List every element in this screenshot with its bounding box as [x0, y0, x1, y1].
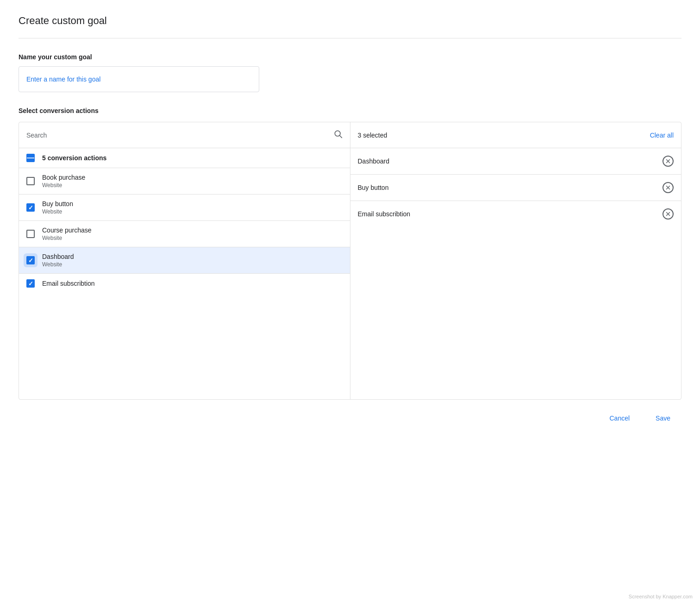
search-input[interactable]	[26, 132, 330, 139]
page-container: Create custom goal Name your custom goal…	[0, 0, 700, 603]
search-icon	[333, 129, 343, 141]
right-header: 3 selected Clear all	[350, 122, 681, 148]
cancel-button[interactable]: Cancel	[598, 411, 641, 426]
selected-dashboard-item: Dashboard	[350, 148, 681, 175]
buy-button-row[interactable]: ✓ Buy button Website	[19, 195, 350, 221]
selected-email-item: Email subscribtion	[350, 201, 681, 227]
selected-dashboard-name: Dashboard	[358, 157, 390, 165]
minus-icon: —	[27, 154, 34, 162]
course-checkbox[interactable]	[26, 230, 35, 238]
email-item-text: Email subscribtion	[42, 280, 95, 287]
selected-buy-item: Buy button	[350, 175, 681, 201]
dashboard-item-text: Dashboard Website	[42, 253, 74, 268]
dashboard-checkmark: ✓	[28, 258, 33, 264]
course-item-name: Course purchase	[42, 226, 92, 234]
name-section-label: Name your custom goal	[19, 53, 681, 61]
all-checkbox[interactable]: —	[26, 154, 35, 162]
email-item-name: Email subscribtion	[42, 280, 95, 287]
buy-item-name: Buy button	[42, 200, 73, 207]
selected-count: 3 selected	[358, 132, 388, 139]
selected-buy-name: Buy button	[358, 184, 389, 191]
buy-item-sub: Website	[42, 208, 73, 215]
page-title: Create custom goal	[19, 15, 681, 27]
clear-all-button[interactable]: Clear all	[650, 132, 674, 139]
buy-checkmark: ✓	[28, 205, 33, 211]
footer: Cancel Save	[19, 411, 681, 437]
buy-checkbox[interactable]: ✓	[26, 203, 35, 212]
svg-line-1	[339, 136, 342, 138]
course-purchase-row[interactable]: Course purchase Website	[19, 221, 350, 247]
book-purchase-row[interactable]: Book purchase Website	[19, 168, 350, 195]
title-divider	[19, 38, 681, 38]
book-item-name: Book purchase	[42, 174, 85, 181]
goal-name-input[interactable]	[19, 66, 259, 92]
selected-email-name: Email subscribtion	[358, 210, 411, 218]
all-item-text: 5 conversion actions	[42, 154, 106, 162]
all-item-name: 5 conversion actions	[42, 154, 106, 162]
save-button[interactable]: Save	[644, 411, 681, 426]
all-conversion-actions-row[interactable]: — 5 conversion actions	[19, 148, 350, 168]
course-item-sub: Website	[42, 235, 92, 241]
search-bar	[19, 122, 350, 148]
dashboard-row[interactable]: ✓ Dashboard Website	[19, 247, 350, 274]
dashboard-item-sub: Website	[42, 261, 74, 268]
dashboard-item-name: Dashboard	[42, 253, 74, 260]
email-checkmark: ✓	[28, 281, 33, 287]
remove-email-button[interactable]	[662, 208, 674, 220]
right-panel: 3 selected Clear all Dashboard Buy butto…	[350, 122, 681, 399]
book-item-text: Book purchase Website	[42, 174, 85, 188]
remove-dashboard-button[interactable]	[662, 156, 674, 167]
book-checkbox[interactable]	[26, 177, 35, 185]
dashboard-checkbox[interactable]: ✓	[26, 256, 35, 264]
conversion-panel: — 5 conversion actions Book purchase Web…	[19, 122, 681, 400]
watermark: Screenshot by Knapper.com	[629, 594, 693, 599]
email-row[interactable]: ✓ Email subscribtion	[19, 274, 350, 293]
course-item-text: Course purchase Website	[42, 226, 92, 241]
email-checkbox[interactable]: ✓	[26, 279, 35, 288]
buy-item-text: Buy button Website	[42, 200, 73, 215]
left-panel: — 5 conversion actions Book purchase Web…	[19, 122, 350, 399]
remove-buy-button[interactable]	[662, 182, 674, 193]
book-item-sub: Website	[42, 182, 85, 188]
conversion-section-label: Select conversion actions	[19, 107, 681, 114]
